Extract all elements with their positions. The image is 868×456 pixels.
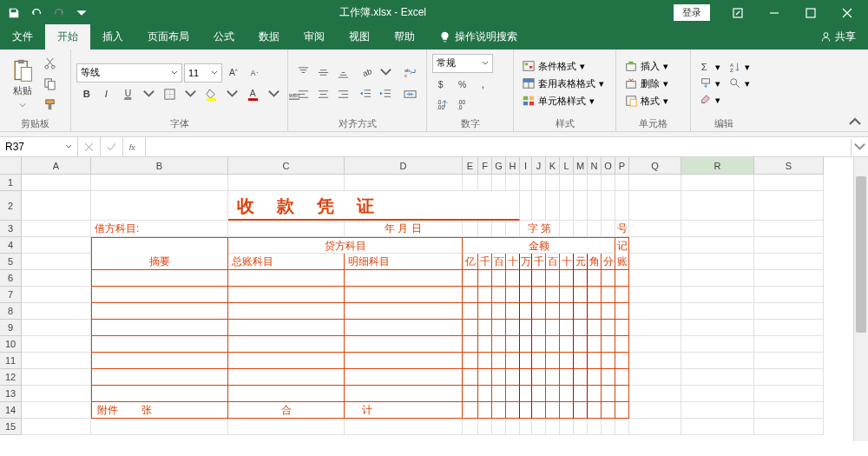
cell[interactable] [560, 270, 574, 287]
cell[interactable] [345, 303, 463, 320]
clear-button[interactable]: ▾ [696, 92, 753, 108]
comma-button[interactable]: , [474, 76, 493, 95]
row-header[interactable]: 5 [0, 254, 22, 270]
cell[interactable] [345, 336, 463, 353]
cell[interactable] [681, 270, 754, 287]
cell[interactable]: 贷方科目 [228, 237, 463, 254]
cell[interactable] [463, 386, 478, 402]
cell[interactable] [681, 386, 754, 402]
decrease-indent-button[interactable] [356, 85, 375, 104]
cell[interactable] [492, 386, 506, 402]
cell[interactable] [588, 270, 602, 287]
cell[interactable] [506, 353, 520, 369]
redo-button[interactable] [49, 3, 69, 23]
column-header[interactable]: Q [629, 157, 681, 175]
row-header[interactable]: 4 [0, 237, 22, 254]
cell[interactable] [520, 270, 532, 287]
tab-data[interactable]: 数据 [247, 24, 292, 50]
cell[interactable] [615, 175, 629, 191]
cell[interactable] [629, 191, 681, 221]
cell[interactable] [492, 353, 506, 369]
cell[interactable] [532, 369, 546, 386]
cell[interactable] [228, 419, 345, 435]
cell[interactable] [560, 175, 574, 191]
ribbon-options-button[interactable] [720, 0, 755, 25]
cell[interactable] [532, 287, 546, 303]
row-header[interactable]: 1 [0, 175, 22, 191]
cell[interactable] [478, 303, 492, 320]
cell[interactable] [629, 336, 681, 353]
cell[interactable] [754, 386, 824, 402]
qat-customize-button[interactable] [71, 3, 92, 23]
cell[interactable] [602, 369, 615, 386]
cell[interactable] [615, 303, 629, 320]
cell[interactable] [574, 303, 588, 320]
column-header[interactable]: K [546, 157, 560, 175]
cell[interactable] [629, 402, 681, 419]
cell[interactable] [546, 369, 560, 386]
cell[interactable] [22, 320, 91, 336]
cell[interactable] [91, 191, 228, 221]
row-header[interactable]: 7 [0, 287, 22, 303]
cell[interactable] [588, 303, 602, 320]
cell[interactable] [754, 254, 824, 270]
cell[interactable] [546, 402, 560, 419]
wrap-text-button[interactable]: abc [398, 63, 421, 83]
cell[interactable]: 千 [478, 254, 492, 270]
cell[interactable] [574, 353, 588, 369]
cell[interactable] [532, 402, 546, 419]
cell[interactable] [492, 402, 506, 419]
insert-function-button[interactable]: fx [123, 137, 146, 156]
cut-button[interactable] [40, 53, 59, 72]
cell[interactable] [478, 402, 492, 419]
row-header[interactable]: 14 [0, 402, 22, 419]
cell[interactable] [478, 419, 492, 435]
cell[interactable] [681, 369, 754, 386]
column-header[interactable]: S [754, 157, 824, 175]
cell[interactable] [629, 353, 681, 369]
tab-help[interactable]: 帮助 [382, 24, 427, 50]
share-button[interactable]: 共享 [808, 24, 868, 50]
cell[interactable] [91, 320, 228, 336]
fill-button[interactable]: ▾ ▾ [696, 76, 753, 91]
column-header[interactable]: P [615, 157, 629, 175]
cell[interactable] [532, 303, 546, 320]
copy-button[interactable] [40, 74, 59, 93]
cell[interactable] [506, 320, 520, 336]
cell[interactable] [754, 237, 824, 254]
cell[interactable] [463, 221, 478, 237]
cell[interactable] [588, 386, 602, 402]
cell[interactable] [546, 303, 560, 320]
cell[interactable] [345, 369, 463, 386]
cell[interactable] [91, 386, 228, 402]
select-all-corner[interactable] [0, 157, 22, 175]
cell[interactable] [560, 336, 574, 353]
tab-insert[interactable]: 插入 [90, 24, 135, 50]
cell[interactable]: 十 [506, 254, 520, 270]
cell[interactable] [463, 320, 478, 336]
cell[interactable]: 计 [345, 402, 463, 419]
cell[interactable] [588, 221, 602, 237]
cell[interactable]: 十 [560, 254, 574, 270]
cell[interactable] [615, 320, 629, 336]
column-header[interactable]: H [506, 157, 520, 175]
decrease-font-button[interactable]: Aˇ [245, 63, 264, 83]
cell[interactable] [520, 320, 532, 336]
cell[interactable] [91, 287, 228, 303]
cell[interactable] [228, 303, 345, 320]
column-header[interactable]: R [681, 157, 754, 175]
cell[interactable]: 元 [574, 254, 588, 270]
cell[interactable] [492, 270, 506, 287]
cell[interactable] [520, 419, 532, 435]
cell[interactable] [492, 336, 506, 353]
column-header[interactable]: E [463, 157, 478, 175]
cell[interactable] [228, 336, 345, 353]
cell[interactable] [506, 336, 520, 353]
save-button[interactable] [3, 3, 24, 23]
cell[interactable]: 字 第 [520, 221, 560, 237]
align-bottom-button[interactable] [333, 63, 352, 83]
cell[interactable]: 百 [492, 254, 506, 270]
cell[interactable] [574, 221, 588, 237]
cell[interactable] [588, 419, 602, 435]
cell[interactable] [22, 175, 91, 191]
